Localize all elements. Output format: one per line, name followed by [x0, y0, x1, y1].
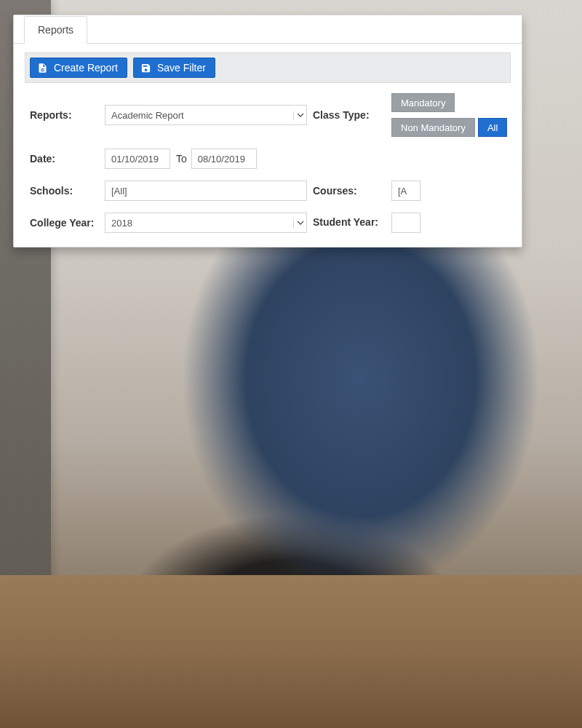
class-type-label: Class Type: [313, 109, 386, 121]
reports-label: Reports: [30, 109, 99, 121]
class-type-non-mandatory[interactable]: Non Mandatory [391, 118, 475, 137]
college-year-label: College Year: [30, 217, 99, 229]
class-type-all[interactable]: All [478, 118, 507, 137]
schools-input[interactable]: [All] [105, 181, 307, 201]
tabstrip: Reports [14, 15, 522, 44]
background-desk [0, 575, 582, 728]
save-icon [140, 63, 151, 74]
chevron-down-icon [293, 219, 302, 228]
date-to-input[interactable]: 08/10/2019 [191, 149, 257, 169]
reports-select[interactable]: Academic Report [105, 105, 307, 125]
reports-select-value: Academic Report [111, 110, 184, 121]
date-to-label: To [175, 153, 187, 165]
save-filter-label: Save Filter [157, 62, 206, 74]
date-from-value: 01/10/2019 [111, 154, 159, 165]
class-type-toggle-group: Mandatory Non Mandatory All [391, 93, 511, 137]
courses-value: [A [398, 186, 407, 197]
document-icon [37, 63, 48, 74]
reports-panel: Reports Create Report Save Filter Report… [13, 15, 522, 248]
date-to-value: 08/10/2019 [198, 154, 245, 165]
class-type-mandatory[interactable]: Mandatory [391, 93, 455, 112]
save-filter-button[interactable]: Save Filter [133, 58, 215, 78]
schools-value: [All] [111, 186, 127, 197]
courses-input[interactable]: [A [391, 181, 420, 201]
chevron-down-icon [293, 111, 302, 120]
toolbar: Create Report Save Filter [25, 52, 511, 83]
schools-label: Schools: [30, 185, 99, 197]
tab-reports[interactable]: Reports [24, 16, 87, 44]
create-report-button[interactable]: Create Report [30, 58, 127, 78]
date-label: Date: [30, 153, 99, 165]
college-year-select[interactable]: 2018 [105, 213, 307, 233]
student-year-label: Student Year: [313, 217, 386, 228]
date-from-input[interactable]: 01/10/2019 [105, 149, 170, 169]
student-year-input[interactable] [391, 213, 420, 233]
courses-label: Courses: [313, 185, 386, 197]
filter-form: Reports: Academic Report Class Type: Man… [14, 93, 522, 240]
college-year-value: 2018 [111, 218, 132, 229]
create-report-label: Create Report [54, 62, 118, 74]
